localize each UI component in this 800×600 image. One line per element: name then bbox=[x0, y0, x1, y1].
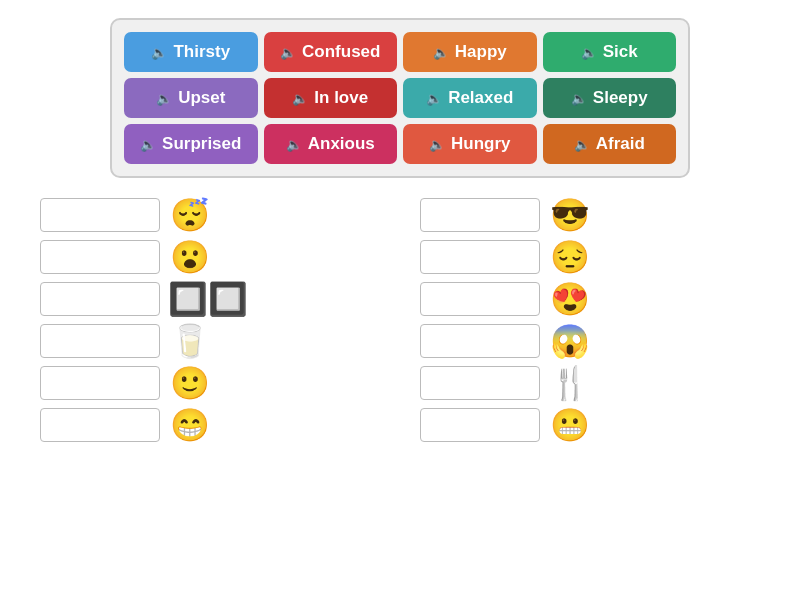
left-input-2[interactable] bbox=[40, 282, 160, 316]
speaker-icon-1: 🔈 bbox=[280, 45, 296, 60]
left-input-0[interactable] bbox=[40, 198, 160, 232]
speaker-icon-8: 🔈 bbox=[140, 137, 156, 152]
btn-anxious[interactable]: 🔈Anxious bbox=[264, 124, 398, 164]
btn-thirsty[interactable]: 🔈Thirsty bbox=[124, 32, 258, 72]
left-match-row-5: 😁 bbox=[40, 408, 380, 442]
btn-label-4: Upset bbox=[178, 88, 225, 108]
btn-label-5: In love bbox=[314, 88, 368, 108]
btn-label-0: Thirsty bbox=[173, 42, 230, 62]
speaker-icon-6: 🔈 bbox=[426, 91, 442, 106]
left-emoji-5: 😁 bbox=[168, 409, 212, 441]
right-match-row-4: 🍴 bbox=[420, 366, 760, 400]
right-match-row-0: 😎 bbox=[420, 198, 760, 232]
btn-label-11: Afraid bbox=[596, 134, 645, 154]
btn-inlove[interactable]: 🔈In love bbox=[264, 78, 398, 118]
right-match-row-5: 😬 bbox=[420, 408, 760, 442]
btn-label-9: Anxious bbox=[308, 134, 375, 154]
btn-label-1: Confused bbox=[302, 42, 380, 62]
left-match-row-4: 🙂 bbox=[40, 366, 380, 400]
btn-confused[interactable]: 🔈Confused bbox=[264, 32, 398, 72]
right-match-row-1: 😔 bbox=[420, 240, 760, 274]
left-input-3[interactable] bbox=[40, 324, 160, 358]
left-emoji-2: 🔲🔲 bbox=[168, 283, 212, 315]
btn-happy[interactable]: 🔈Happy bbox=[403, 32, 537, 72]
btn-label-7: Sleepy bbox=[593, 88, 648, 108]
speaker-icon-3: 🔈 bbox=[581, 45, 597, 60]
right-emoji-2: 😍 bbox=[548, 283, 592, 315]
btn-label-2: Happy bbox=[455, 42, 507, 62]
btn-label-10: Hungry bbox=[451, 134, 511, 154]
word-bank-container: 🔈Thirsty🔈Confused🔈Happy🔈Sick🔈Upset🔈In lo… bbox=[0, 18, 800, 178]
speaker-icon-2: 🔈 bbox=[433, 45, 449, 60]
right-match-row-3: 😱 bbox=[420, 324, 760, 358]
right-emoji-1: 😔 bbox=[548, 241, 592, 273]
left-input-5[interactable] bbox=[40, 408, 160, 442]
match-area: 😴😮🔲🔲🥛🙂😁 😎😔😍😱🍴😬 bbox=[0, 198, 800, 442]
right-input-2[interactable] bbox=[420, 282, 540, 316]
left-column: 😴😮🔲🔲🥛🙂😁 bbox=[40, 198, 380, 442]
speaker-icon-4: 🔈 bbox=[156, 91, 172, 106]
right-input-0[interactable] bbox=[420, 198, 540, 232]
right-match-row-2: 😍 bbox=[420, 282, 760, 316]
left-emoji-4: 🙂 bbox=[168, 367, 212, 399]
left-emoji-0: 😴 bbox=[168, 199, 212, 231]
right-column: 😎😔😍😱🍴😬 bbox=[420, 198, 760, 442]
speaker-icon-11: 🔈 bbox=[574, 137, 590, 152]
right-input-4[interactable] bbox=[420, 366, 540, 400]
right-input-5[interactable] bbox=[420, 408, 540, 442]
btn-relaxed[interactable]: 🔈Relaxed bbox=[403, 78, 537, 118]
btn-afraid[interactable]: 🔈Afraid bbox=[543, 124, 677, 164]
btn-surprised[interactable]: 🔈Surprised bbox=[124, 124, 258, 164]
speaker-icon-0: 🔈 bbox=[151, 45, 167, 60]
speaker-icon-5: 🔈 bbox=[292, 91, 308, 106]
btn-label-6: Relaxed bbox=[448, 88, 513, 108]
speaker-icon-9: 🔈 bbox=[286, 137, 302, 152]
left-match-row-1: 😮 bbox=[40, 240, 380, 274]
right-emoji-0: 😎 bbox=[548, 199, 592, 231]
speaker-icon-7: 🔈 bbox=[571, 91, 587, 106]
left-match-row-3: 🥛 bbox=[40, 324, 380, 358]
btn-label-3: Sick bbox=[603, 42, 638, 62]
left-match-row-0: 😴 bbox=[40, 198, 380, 232]
btn-upset[interactable]: 🔈Upset bbox=[124, 78, 258, 118]
right-emoji-4: 🍴 bbox=[548, 367, 592, 399]
left-emoji-1: 😮 bbox=[168, 241, 212, 273]
speaker-icon-10: 🔈 bbox=[429, 137, 445, 152]
right-input-1[interactable] bbox=[420, 240, 540, 274]
btn-sick[interactable]: 🔈Sick bbox=[543, 32, 677, 72]
btn-sleepy[interactable]: 🔈Sleepy bbox=[543, 78, 677, 118]
btn-label-8: Surprised bbox=[162, 134, 241, 154]
left-input-4[interactable] bbox=[40, 366, 160, 400]
btn-hungry[interactable]: 🔈Hungry bbox=[403, 124, 537, 164]
right-emoji-5: 😬 bbox=[548, 409, 592, 441]
left-input-1[interactable] bbox=[40, 240, 160, 274]
left-match-row-2: 🔲🔲 bbox=[40, 282, 380, 316]
word-bank: 🔈Thirsty🔈Confused🔈Happy🔈Sick🔈Upset🔈In lo… bbox=[110, 18, 690, 178]
right-input-3[interactable] bbox=[420, 324, 540, 358]
right-emoji-3: 😱 bbox=[548, 325, 592, 357]
left-emoji-3: 🥛 bbox=[168, 325, 212, 357]
